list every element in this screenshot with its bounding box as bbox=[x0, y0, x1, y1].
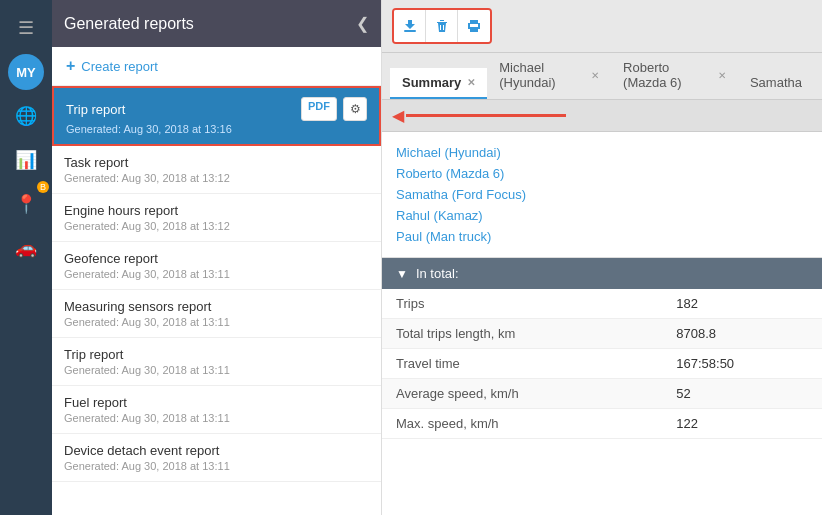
tab-michael[interactable]: Michael (Hyundai) ✕ bbox=[487, 53, 611, 99]
nav-sidebar: ☰ MY 🌐 📊 📍B 🚗 bbox=[0, 0, 52, 515]
summary-table: Trips 182 Total trips length, km 8708.8 … bbox=[382, 289, 822, 439]
tab-samatha[interactable]: Samatha bbox=[738, 68, 814, 99]
report-date: Generated: Aug 30, 2018 at 13:11 bbox=[64, 412, 369, 424]
tab-close-michael[interactable]: ✕ bbox=[591, 70, 599, 81]
total-chevron-icon[interactable]: ▼ bbox=[396, 267, 408, 281]
table-row: Max. speed, km/h 122 bbox=[382, 409, 822, 439]
row-value-max-speed: 122 bbox=[662, 409, 822, 439]
vehicle-item-rahul[interactable]: Rahul (Kamaz) bbox=[396, 205, 808, 226]
report-date: Generated: Aug 30, 2018 at 13:11 bbox=[64, 460, 369, 472]
report-item-fuel[interactable]: Fuel report Generated: Aug 30, 2018 at 1… bbox=[52, 386, 381, 434]
row-label-avg-speed: Average speed, km/h bbox=[382, 379, 662, 409]
row-value-length: 8708.8 bbox=[662, 319, 822, 349]
report-date: Generated: Aug 30, 2018 at 13:16 bbox=[66, 123, 367, 135]
row-value-trips: 182 bbox=[662, 289, 822, 319]
arrow-indicator: ◀ bbox=[392, 106, 812, 125]
report-item-sensors[interactable]: Measuring sensors report Generated: Aug … bbox=[52, 290, 381, 338]
reports-panel: Generated reports ❮ + Create report Trip… bbox=[52, 0, 382, 515]
toolbar-button-group bbox=[392, 8, 492, 44]
delete-button[interactable] bbox=[426, 10, 458, 42]
tab-roberto[interactable]: Roberto (Mazda 6) ✕ bbox=[611, 53, 738, 99]
report-date: Generated: Aug 30, 2018 at 13:11 bbox=[64, 316, 369, 328]
vehicle-item-paul[interactable]: Paul (Man truck) bbox=[396, 226, 808, 247]
car-icon[interactable]: 🚗 bbox=[8, 230, 44, 266]
arrow-left-icon: ◀ bbox=[392, 106, 404, 125]
total-header-label: In total: bbox=[416, 266, 459, 281]
report-name: Engine hours report bbox=[64, 203, 369, 218]
row-value-avg-speed: 52 bbox=[662, 379, 822, 409]
report-name: Task report bbox=[64, 155, 369, 170]
pdf-button[interactable]: PDF bbox=[301, 97, 337, 121]
collapse-chevron[interactable]: ❮ bbox=[356, 14, 369, 33]
print-button[interactable] bbox=[458, 10, 490, 42]
tab-samatha-label: Samatha bbox=[750, 75, 802, 90]
tab-close-roberto[interactable]: ✕ bbox=[718, 70, 726, 81]
report-date: Generated: Aug 30, 2018 at 13:12 bbox=[64, 172, 369, 184]
reports-header: Generated reports ❮ bbox=[52, 0, 381, 47]
tabs-bar: Summary ✕ Michael (Hyundai) ✕ Roberto (M… bbox=[382, 53, 822, 100]
report-item-task[interactable]: Task report Generated: Aug 30, 2018 at 1… bbox=[52, 146, 381, 194]
tab-roberto-label: Roberto (Mazda 6) bbox=[623, 60, 712, 90]
report-name: Device detach event report bbox=[64, 443, 369, 458]
report-date: Generated: Aug 30, 2018 at 13:12 bbox=[64, 220, 369, 232]
chart-icon[interactable]: 📊 bbox=[8, 142, 44, 178]
location-icon[interactable]: 📍B bbox=[8, 186, 44, 222]
vehicle-list: Michael (Hyundai) Roberto (Mazda 6) Sama… bbox=[382, 132, 822, 258]
report-date: Generated: Aug 30, 2018 at 13:11 bbox=[64, 364, 369, 376]
tab-michael-label: Michael (Hyundai) bbox=[499, 60, 585, 90]
tab-close-summary[interactable]: ✕ bbox=[467, 77, 475, 88]
avatar[interactable]: MY bbox=[8, 54, 44, 90]
vehicle-item-roberto[interactable]: Roberto (Mazda 6) bbox=[396, 163, 808, 184]
report-list: Trip report PDF ⚙ Generated: Aug 30, 201… bbox=[52, 86, 381, 515]
main-content: Summary ✕ Michael (Hyundai) ✕ Roberto (M… bbox=[382, 0, 822, 515]
table-row: Travel time 167:58:50 bbox=[382, 349, 822, 379]
report-name: Geofence report bbox=[64, 251, 369, 266]
report-actions: PDF ⚙ bbox=[301, 97, 367, 121]
table-row: Average speed, km/h 52 bbox=[382, 379, 822, 409]
row-label-length: Total trips length, km bbox=[382, 319, 662, 349]
report-name: Trip report bbox=[66, 102, 125, 117]
report-item-trip2[interactable]: Trip report Generated: Aug 30, 2018 at 1… bbox=[52, 338, 381, 386]
vehicle-item-michael[interactable]: Michael (Hyundai) bbox=[396, 142, 808, 163]
settings-icon-btn[interactable]: ⚙ bbox=[343, 97, 367, 121]
report-date: Generated: Aug 30, 2018 at 13:11 bbox=[64, 268, 369, 280]
create-report-button[interactable]: + Create report bbox=[52, 47, 381, 86]
reports-title: Generated reports bbox=[64, 15, 194, 33]
download-button[interactable] bbox=[394, 10, 426, 42]
tab-summary-label: Summary bbox=[402, 75, 461, 90]
row-label-travel: Travel time bbox=[382, 349, 662, 379]
row-label-trips: Trips bbox=[382, 289, 662, 319]
report-name: Trip report bbox=[64, 347, 369, 362]
report-item-engine[interactable]: Engine hours report Generated: Aug 30, 2… bbox=[52, 194, 381, 242]
report-name: Fuel report bbox=[64, 395, 369, 410]
toolbar bbox=[382, 0, 822, 53]
report-name: Measuring sensors report bbox=[64, 299, 369, 314]
report-item-trip-selected[interactable]: Trip report PDF ⚙ Generated: Aug 30, 201… bbox=[52, 86, 381, 146]
globe-icon[interactable]: 🌐 bbox=[8, 98, 44, 134]
hamburger-icon[interactable]: ☰ bbox=[8, 10, 44, 46]
row-value-travel: 167:58:50 bbox=[662, 349, 822, 379]
table-row: Total trips length, km 8708.8 bbox=[382, 319, 822, 349]
table-row: Trips 182 bbox=[382, 289, 822, 319]
report-item-detach[interactable]: Device detach event report Generated: Au… bbox=[52, 434, 381, 482]
arrow-indicator-row: ◀ bbox=[382, 100, 822, 132]
plus-icon: + bbox=[66, 57, 75, 75]
tab-summary[interactable]: Summary ✕ bbox=[390, 68, 487, 99]
vehicle-item-samatha[interactable]: Samatha (Ford Focus) bbox=[396, 184, 808, 205]
arrow-line bbox=[406, 114, 566, 117]
row-label-max-speed: Max. speed, km/h bbox=[382, 409, 662, 439]
create-report-label: Create report bbox=[81, 59, 158, 74]
report-item-geofence[interactable]: Geofence report Generated: Aug 30, 2018 … bbox=[52, 242, 381, 290]
total-section: ▼ In total: Trips 182 Total trips length… bbox=[382, 258, 822, 439]
total-header: ▼ In total: bbox=[382, 258, 822, 289]
svg-rect-0 bbox=[404, 30, 416, 32]
badge-b: B bbox=[37, 181, 49, 193]
summary-content: Michael (Hyundai) Roberto (Mazda 6) Sama… bbox=[382, 132, 822, 515]
